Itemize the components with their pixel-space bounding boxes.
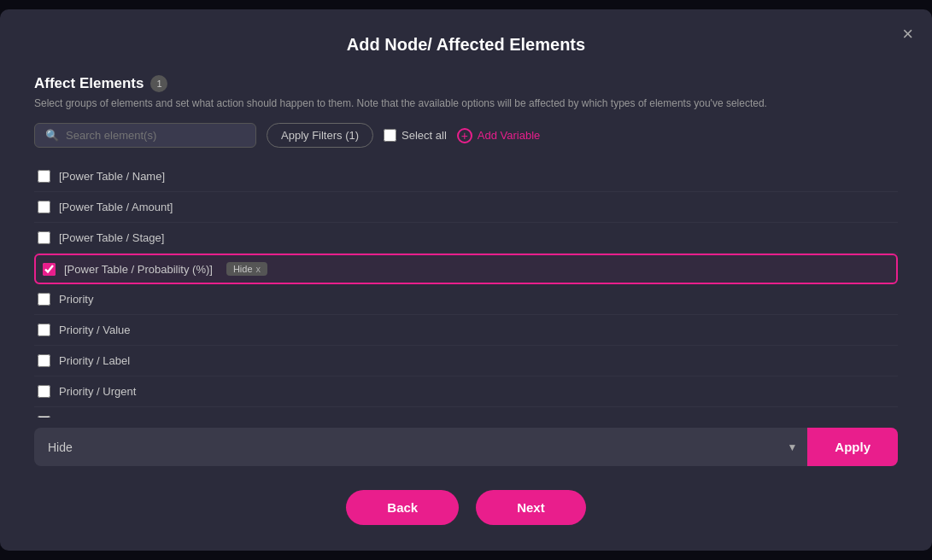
list-item: [Power Table / Amount] xyxy=(34,192,898,223)
select-all-wrap[interactable]: Select all xyxy=(384,129,447,142)
modal-title: Add Node/ Affected Elements xyxy=(34,35,898,55)
element-checkbox[interactable] xyxy=(38,416,50,417)
element-label: [Power Table / Name] xyxy=(59,170,165,183)
footer-buttons: Back Next xyxy=(34,490,898,525)
action-select-wrapper: HideShowDisableEnable ▼ xyxy=(48,429,807,466)
search-input[interactable] xyxy=(66,129,245,142)
select-all-checkbox[interactable] xyxy=(384,129,396,142)
element-checkbox[interactable] xyxy=(38,293,50,306)
elements-list: [Power Table / Name][Power Table / Amoun… xyxy=(34,161,898,417)
section-badge: 1 xyxy=(150,75,167,92)
list-item: Priority / Value xyxy=(34,315,898,346)
modal-overlay: Add Node/ Affected Elements × Affect Ele… xyxy=(0,0,932,560)
list-item: Priority / Label xyxy=(34,346,898,376)
list-item: Priority xyxy=(34,284,898,315)
hide-tag-remove[interactable]: x xyxy=(256,264,261,274)
element-label: Priority / Value xyxy=(59,324,131,336)
element-label: Priority / Urgent xyxy=(59,385,136,398)
back-button[interactable]: Back xyxy=(346,490,459,525)
close-button[interactable]: × xyxy=(902,25,913,44)
apply-button[interactable]: Apply xyxy=(807,428,898,466)
search-icon: 🔍 xyxy=(45,129,59,142)
element-label: Priority / Label xyxy=(59,354,130,367)
element-checkbox[interactable] xyxy=(38,231,50,244)
element-checkbox[interactable] xyxy=(38,201,50,213)
element-label: [Power Table / Amount] xyxy=(59,201,173,213)
list-item: [Power Table / Stage] xyxy=(34,223,898,254)
add-variable-label: Add Variable xyxy=(478,129,540,142)
element-label: Priority / Normal xyxy=(59,416,138,417)
select-all-label: Select all xyxy=(402,129,447,142)
element-label: [Power Table / Stage] xyxy=(59,231,164,244)
list-item: Priority / Urgent xyxy=(34,376,898,407)
toolbar: 🔍 Apply Filters (1) Select all + Add Var… xyxy=(34,123,898,148)
add-variable-button[interactable]: + Add Variable xyxy=(457,128,540,143)
list-item: [Power Table / Name] xyxy=(34,161,898,192)
action-select[interactable]: HideShowDisableEnable xyxy=(48,429,807,466)
list-item: Priority / Normal xyxy=(34,407,898,417)
element-checkbox[interactable] xyxy=(38,324,50,336)
search-box: 🔍 xyxy=(34,123,256,148)
element-checkbox[interactable] xyxy=(38,385,50,398)
next-button[interactable]: Next xyxy=(476,490,586,525)
hide-tag-label: Hide xyxy=(233,264,253,274)
element-checkbox[interactable] xyxy=(38,354,50,367)
section-title: Affect Elements 1 xyxy=(34,75,898,92)
apply-filters-button[interactable]: Apply Filters (1) xyxy=(267,123,373,148)
element-label: [Power Table / Probability (%)] xyxy=(64,263,213,276)
list-item: [Power Table / Probability (%)]Hide x xyxy=(34,254,898,284)
hide-tag: Hide x xyxy=(226,262,267,276)
section-description: Select groups of elements and set what a… xyxy=(34,97,898,109)
element-checkbox[interactable] xyxy=(43,263,56,276)
modal-dialog: Add Node/ Affected Elements × Affect Ele… xyxy=(0,9,932,551)
element-label: Priority xyxy=(59,293,93,306)
element-checkbox[interactable] xyxy=(38,170,50,183)
plus-circle-icon: + xyxy=(457,128,472,143)
bottom-bar: HideShowDisableEnable ▼ Apply xyxy=(34,428,898,466)
